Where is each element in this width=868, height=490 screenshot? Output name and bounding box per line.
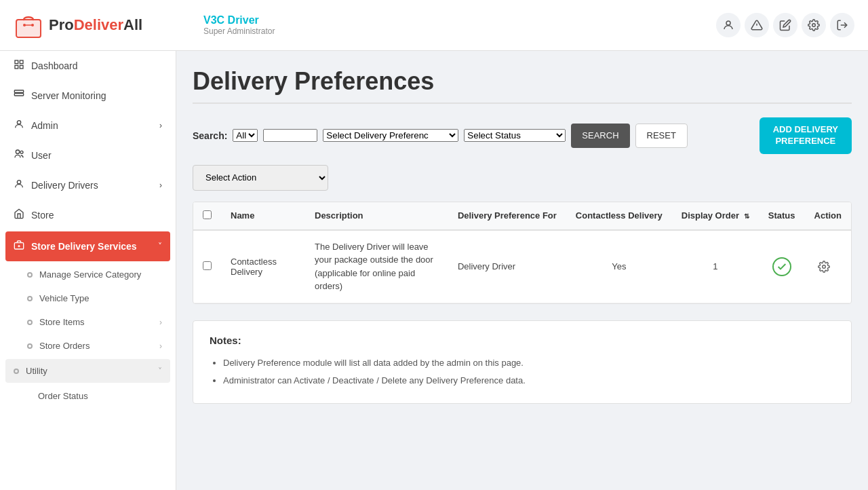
sidebar: Dashboard Server Monitoring Admin › User <box>0 51 176 490</box>
status-select[interactable]: Select Status <box>464 129 566 142</box>
svg-point-18 <box>17 121 20 124</box>
content-area: Delivery Preferences Search: All Select … <box>176 51 868 490</box>
settings-icon[interactable] <box>802 13 826 37</box>
notes-item-1: Delivery Preference module will list all… <box>223 354 835 372</box>
sidebar-label-store-items: Store Items <box>39 317 84 327</box>
sidebar-label-admin: Admin <box>31 120 58 131</box>
chevron-store-delivery-icon: ˅ <box>158 242 162 251</box>
chevron-delivery-icon: › <box>159 181 162 190</box>
th-contactless-delivery: Contactless Delivery <box>566 202 672 230</box>
action-row: Select Action <box>193 165 852 191</box>
sidebar-item-vehicle-type[interactable]: Vehicle Type <box>0 286 176 310</box>
row-name: Contactless Delivery <box>221 230 305 303</box>
circle-vehicle-icon <box>27 296 33 301</box>
page-divider <box>193 102 852 104</box>
sidebar-item-dashboard[interactable]: Dashboard <box>0 51 176 81</box>
svg-point-20 <box>20 151 23 153</box>
action-gear-icon[interactable] <box>814 257 833 276</box>
edit-icon[interactable] <box>773 13 797 37</box>
chevron-utility-icon: ˅ <box>158 366 162 376</box>
add-delivery-preference-button[interactable]: ADD DELIVERY PREFERENCE <box>760 117 852 154</box>
chevron-store-items-icon: › <box>159 318 162 327</box>
svg-point-21 <box>17 181 20 184</box>
svg-point-25 <box>822 265 825 269</box>
header-subtitle: Super Administrator <box>203 26 716 36</box>
sidebar-item-store[interactable]: Store <box>0 200 176 230</box>
delivery-drivers-icon <box>14 178 24 192</box>
row-status <box>759 230 805 303</box>
notes-title: Notes: <box>210 335 835 346</box>
sidebar-item-store-delivery-services[interactable]: Store Delivery Services ˅ <box>5 231 170 261</box>
sidebar-item-manage-service-category[interactable]: Manage Service Category <box>0 263 176 286</box>
table-header-row: Name Description Delivery Preference For… <box>193 202 851 230</box>
circle-utility-icon <box>14 369 19 374</box>
logo-icon <box>14 10 43 40</box>
sidebar-item-user[interactable]: User <box>0 140 176 170</box>
sidebar-item-admin[interactable]: Admin › <box>0 111 176 140</box>
delivery-preference-select[interactable]: Select Delivery Preferenc <box>323 129 458 142</box>
user-sidebar-icon <box>14 149 24 162</box>
sidebar-item-order-status[interactable]: Order Status <box>0 384 176 408</box>
th-display-order-label: Display Order <box>682 210 739 221</box>
sidebar-label-utility: Utility <box>26 366 47 376</box>
svg-point-19 <box>16 150 19 153</box>
row-delivery-preference-for: Delivery Driver <box>448 230 566 303</box>
power-icon[interactable] <box>830 13 854 37</box>
status-active-icon[interactable] <box>772 257 791 276</box>
alert-icon[interactable] <box>745 13 769 37</box>
logo-area: ProDeliverAll <box>14 10 190 40</box>
sidebar-item-store-orders[interactable]: Store Orders › <box>0 334 176 358</box>
th-delivery-preference-for: Delivery Preference For <box>448 202 566 230</box>
circle-manage-icon <box>27 272 33 278</box>
sidebar-label-dashboard: Dashboard <box>31 60 78 71</box>
sidebar-item-utility[interactable]: Utility ˅ <box>5 359 170 383</box>
row-checkbox-cell <box>193 230 221 303</box>
select-all-checkbox[interactable] <box>203 210 212 219</box>
sidebar-label-order-status: Order Status <box>38 391 88 401</box>
top-header: ProDeliverAll V3C Driver Super Administr… <box>0 0 868 51</box>
notes-item-2: Administrator can Activate / Deactivate … <box>223 372 835 390</box>
svg-rect-11 <box>20 60 23 64</box>
logo-text: ProDeliverAll <box>49 16 142 34</box>
svg-point-5 <box>726 21 730 25</box>
sidebar-item-server-monitoring[interactable]: Server Monitoring <box>0 81 176 111</box>
main-layout: Dashboard Server Monitoring Admin › User <box>0 51 868 490</box>
admin-icon <box>14 119 24 132</box>
header-center: V3C Driver Super Administrator <box>190 14 716 36</box>
search-row: Search: All Select Delivery Preferenc Se… <box>193 117 852 154</box>
circle-orders-icon <box>27 343 33 349</box>
svg-rect-12 <box>15 65 18 69</box>
search-all-select[interactable]: All <box>233 129 258 142</box>
store-delivery-icon <box>14 240 24 253</box>
action-select[interactable]: Select Action <box>193 165 328 191</box>
svg-point-8 <box>812 24 816 27</box>
search-button[interactable]: SEARCH <box>571 124 629 148</box>
reset-button[interactable]: RESET <box>635 124 688 148</box>
sidebar-label-store: Store <box>31 210 54 221</box>
th-description: Description <box>305 202 448 230</box>
search-input[interactable] <box>263 129 317 142</box>
notes-box: Notes: Delivery Preference module will l… <box>193 320 852 404</box>
th-display-order[interactable]: Display Order ⇅ <box>672 202 759 230</box>
row-contactless-delivery: Yes <box>566 230 672 303</box>
user-icon[interactable] <box>716 13 741 37</box>
sidebar-item-delivery-drivers[interactable]: Delivery Drivers › <box>0 170 176 200</box>
sidebar-label-server-monitoring: Server Monitoring <box>31 90 106 101</box>
th-action: Action <box>805 202 851 230</box>
chevron-store-orders-icon: › <box>159 341 162 351</box>
row-checkbox[interactable] <box>203 261 212 270</box>
th-status: Status <box>759 202 805 230</box>
data-table: Name Description Delivery Preference For… <box>193 202 852 304</box>
sidebar-item-store-items[interactable]: Store Items › <box>0 310 176 334</box>
page-title: Delivery Preferences <box>193 67 852 96</box>
sidebar-label-user: User <box>31 150 52 161</box>
circle-items-icon <box>27 320 33 325</box>
sidebar-label-delivery-drivers: Delivery Drivers <box>31 180 98 191</box>
dashboard-icon <box>14 59 24 73</box>
table-row: Contactless Delivery The Delivery Driver… <box>193 230 851 303</box>
svg-rect-10 <box>15 60 18 64</box>
svg-rect-0 <box>16 20 41 37</box>
header-title: V3C Driver <box>203 14 716 26</box>
row-display-order: 1 <box>672 230 759 303</box>
notes-list: Delivery Preference module will list all… <box>210 354 835 390</box>
